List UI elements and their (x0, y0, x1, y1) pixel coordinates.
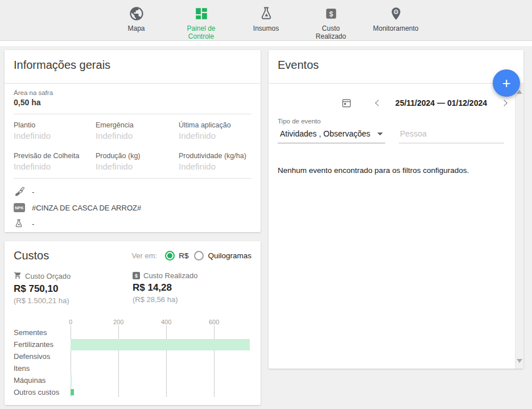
nav-item-monitoramento[interactable]: Monitoramento (372, 5, 420, 32)
custo-orcado-label: Custo Orçado (25, 272, 71, 280)
nav-item-mapa[interactable]: Mapa (113, 5, 160, 32)
tag-text: - (32, 188, 34, 196)
cost-bar-chart: SementesFertilizantesDefensivosItensMáqu… (14, 319, 251, 398)
area-na-safra-section: Área na safra 0,50 ha (5, 84, 261, 107)
cart-icon (14, 271, 22, 281)
nav-label: Insumos (253, 24, 279, 32)
card-title: Eventos (278, 59, 514, 72)
calendar-icon[interactable] (341, 97, 352, 109)
card-title: Custos (14, 249, 49, 262)
chart-category-label: Sementes (14, 327, 71, 338)
radio-quilogramas[interactable] (194, 251, 204, 261)
area-value: 0,50 ha (14, 98, 251, 107)
empty-events-message: Nenhum evento encontrado para os filtros… (269, 166, 523, 175)
card-title: Informações gerais (14, 59, 251, 72)
map-pin-icon (389, 5, 403, 22)
custos-header: Custos Ver em: R$ Quilogramas (14, 249, 251, 262)
tipo-de-evento-select[interactable]: Atividades , Observações (278, 127, 385, 143)
scroll-down-icon[interactable] (517, 359, 522, 363)
chart-category-label: Fertilizantes (14, 338, 71, 350)
dollar-square-icon: $ (133, 272, 140, 279)
area-label: Área na safra (14, 89, 251, 96)
flask-icon (14, 218, 27, 229)
chart-gridline (118, 325, 119, 397)
tag-row-seeds: - (14, 186, 251, 197)
dollar-square-icon: $ (324, 5, 339, 22)
ver-em-label: Ver em: (131, 251, 157, 260)
radio-quilogramas-label[interactable]: Quilogramas (208, 251, 251, 260)
custo-realizado-per-ha: (R$ 28,56 ha) (133, 295, 251, 304)
chart-category-label: Máquinas (14, 374, 71, 386)
field-produtividade: Produtividade (kg/ha) Indefinido (179, 152, 251, 171)
custo-orcado-value: R$ 750,10 (14, 283, 133, 295)
chart-tick-label: 600 (209, 319, 219, 325)
nav-item-painel-de-controle[interactable]: Painel de Controle (178, 5, 225, 40)
toolbar-strip (0, 41, 532, 46)
custo-realizado-label: Custo Realizado (143, 271, 197, 280)
seeds-icon (14, 185, 27, 198)
eventos-header: Eventos (269, 50, 523, 84)
flask-icon (258, 5, 274, 22)
left-column: Informações gerais Área na safra 0,50 ha… (5, 50, 261, 405)
event-filters: Tipo de evento Atividades , Observações (269, 118, 523, 143)
next-week-chevron-icon[interactable] (501, 100, 507, 106)
radio-reais[interactable] (165, 251, 175, 261)
cost-summary: Custo Orçado R$ 750,10 (R$ 1.500,21 ha) … (14, 271, 251, 305)
tag-row-npk: NPK #CINZA DE CASCA DE ARROZ# (14, 202, 251, 213)
field-emergencia: Emergência Indefinido (96, 121, 179, 141)
nav-label: Monitoramento (373, 24, 419, 32)
informacoes-gerais-header: Informações gerais (5, 50, 261, 84)
nav-item-custo-realizado[interactable]: $ Custo Realizado (307, 5, 355, 40)
informacoes-gerais-card: Informações gerais Área na safra 0,50 ha… (5, 50, 261, 232)
nav-label: Custo Realizado (307, 24, 355, 40)
dropdown-arrow-icon (377, 133, 383, 135)
nav-item-insumos[interactable]: Insumos (242, 5, 290, 32)
radio-reais-label[interactable]: R$ (179, 251, 188, 260)
field-producao: Produção (kg) Indefinido (96, 152, 179, 171)
date-range: 25/11/2024 — 01/12/2024 (395, 98, 487, 108)
pessoa-input[interactable] (399, 127, 504, 143)
chart-plot-area: 0200400600 (71, 327, 251, 398)
tag-text: #CINZA DE CASCA DE ARROZ# (32, 204, 141, 212)
custo-orcado-per-ha: (R$ 1.500,21 ha) (14, 296, 133, 305)
events-scrollbar[interactable] (515, 84, 523, 369)
unit-toggle: Ver em: R$ Quilogramas (131, 251, 251, 261)
field-ultima-aplicacao: Última aplicação Indefinido (179, 121, 251, 141)
tipo-de-evento-label: Tipo de evento (278, 118, 504, 125)
custos-card: Custos Ver em: R$ Quilogramas Custo Orça… (5, 241, 261, 405)
chart-gridline (214, 325, 215, 397)
chart-category-label: Defensivos (14, 350, 71, 362)
chart-bar (71, 339, 250, 350)
field-plantio: Plantio Indefinido (14, 121, 96, 141)
chart-tick-label: 200 (113, 319, 123, 325)
top-navigation: Mapa Painel de Controle Insumos $ Custo … (0, 0, 532, 41)
date-navigation: 25/11/2024 — 01/12/2024 (269, 96, 523, 110)
custo-realizado-block: $ Custo Realizado R$ 14,28 (R$ 28,56 ha) (133, 271, 251, 305)
add-event-button[interactable]: + (493, 69, 520, 97)
chart-bar (71, 389, 74, 395)
chart-bar (71, 375, 72, 386)
chart-tick-label: 400 (161, 319, 171, 325)
dashboard-icon (194, 5, 209, 22)
chart-category-label: Itens (14, 362, 71, 374)
chart-tick-label: 0 (69, 319, 72, 325)
main-content: Informações gerais Área na safra 0,50 ha… (0, 46, 532, 405)
custo-orcado-block: Custo Orçado R$ 750,10 (R$ 1.500,21 ha) (14, 271, 133, 305)
globe-icon (129, 5, 145, 22)
nav-label: Mapa (127, 24, 145, 32)
custo-realizado-value: R$ 14,28 (133, 282, 251, 294)
svg-text:$: $ (329, 10, 333, 18)
tag-text: - (32, 220, 34, 228)
chart-category-labels: SementesFertilizantesDefensivosItensMáqu… (14, 319, 71, 398)
field-previsao-colheita: Previsão de Colheita Indefinido (14, 152, 96, 171)
tipo-de-evento-value: Atividades , Observações (280, 129, 370, 138)
chart-gridline (71, 325, 71, 397)
eventos-card: Eventos + 25/11/2024 — 01/12/2024 Tipo d… (269, 50, 523, 369)
chart-gridline (166, 325, 167, 397)
tag-row-flask: - (14, 218, 251, 229)
chart-category-label: Outros custos (14, 386, 71, 398)
npk-icon: NPK (14, 203, 27, 212)
nav-label: Painel de Controle (178, 24, 225, 40)
crop-tags: - NPK #CINZA DE CASCA DE ARROZ# (5, 179, 261, 229)
previous-week-chevron-icon[interactable] (375, 100, 381, 106)
